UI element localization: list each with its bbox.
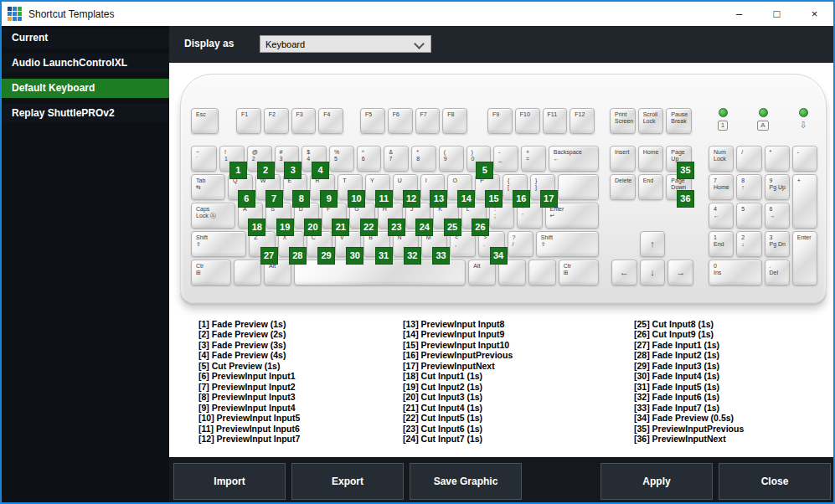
close-icon: × [812, 8, 818, 20]
keyboard-key: ) 05 [466, 146, 492, 172]
key-label: F3 [292, 109, 316, 118]
key-label: 8 ↑ [737, 175, 760, 191]
keyboard-key: ↑ [640, 231, 666, 257]
key-label: Ctr ⊞ [192, 260, 230, 276]
key-label: End [639, 175, 663, 184]
sidebar-item-audio-launchcontrolxl[interactable]: Audio LaunchControlXL [2, 54, 169, 73]
save-graphic-button[interactable]: Save Graphic [410, 463, 522, 500]
key-label: Pause Break [667, 109, 691, 125]
key-label: U [394, 175, 417, 184]
key-label: Num Lock [709, 147, 733, 162]
key-label: Delete [611, 175, 635, 184]
keyboard-key: # 33 [275, 146, 300, 172]
led-indicator: 1 [712, 108, 734, 131]
key-badge-16: 16 [513, 190, 530, 208]
key-label: → [676, 268, 685, 277]
keyboard-key: + = [521, 146, 546, 172]
key-label: I [421, 175, 445, 184]
header-bar: Display as Keyboard [169, 26, 833, 63]
keyboard-key: 1 End [709, 231, 734, 257]
keyboard-key: End [638, 174, 664, 200]
key-badge-5: 5 [476, 162, 493, 179]
led-icon: 1 [718, 121, 728, 131]
sidebar-item-current[interactable]: Current [2, 28, 169, 48]
key-label: / [737, 147, 760, 156]
legend-item: [35] PreviewInputPrevious [634, 424, 831, 434]
legend-item: [12] PreviewInput Input7 [198, 434, 395, 444]
key-badge-18: 18 [248, 219, 265, 236]
keyboard-key [558, 174, 599, 200]
keyboard-key: F3 [291, 108, 317, 134]
key-badge-27: 27 [260, 247, 278, 265]
key-badge-25: 25 [444, 219, 461, 236]
sidebar-item-default-keyboard[interactable]: Default Keyboard [2, 79, 169, 98]
legend-item: [25] Cut Input8 (1s) [634, 319, 831, 329]
keyboard-key: * 8 [411, 146, 436, 172]
keyboard-key [528, 260, 556, 285]
key-label: F7 [416, 109, 440, 118]
key-badge-33: 33 [432, 247, 450, 265]
function-key-group: F9F10F11F12 [487, 108, 595, 134]
close-button[interactable]: × [796, 2, 833, 26]
main-content: EscF1F2F3F4F5F6F7F8F9F10F11F12Print Scre… [169, 63, 833, 457]
function-key-group: F1F2F3F4 [236, 108, 343, 134]
key-badge-26: 26 [472, 219, 489, 236]
keyboard-key: Caps Lock Ⓐ [191, 203, 235, 229]
title-bar: Shortcut Templates – □ × [2, 2, 833, 26]
keyboard-key: ( 9 [439, 146, 464, 172]
keyboard-key: F4 [318, 108, 343, 134]
legend-item: [4] Fade Preview (4s) [198, 350, 395, 360]
function-key-group: Esc [191, 108, 219, 134]
display-as-label: Display as [184, 38, 234, 49]
key-label: Backspace ← [549, 147, 598, 162]
import-button[interactable]: Import [173, 463, 286, 500]
key-label: 5 [737, 203, 760, 213]
key-badge-12: 12 [403, 190, 420, 208]
key-badge-34: 34 [490, 247, 508, 265]
keyboard-key: @ 22 [247, 146, 272, 172]
key-label: # 3 [276, 147, 299, 162]
key-badge-29: 29 [317, 247, 335, 265]
apply-button[interactable]: Apply [600, 463, 713, 500]
keyboard-key: ↓ [640, 260, 666, 285]
keyboard-key: } ]17 [530, 174, 555, 200]
key-label: Home [639, 147, 663, 156]
keyboard-key: ~ ` [191, 146, 217, 172]
legend-item: [14] PreviewInput Input9 [403, 329, 600, 339]
key-label: ← [620, 268, 629, 277]
led-light [799, 108, 808, 117]
keyboard-key: F12 [570, 108, 595, 134]
key-badge-28: 28 [289, 247, 307, 265]
led-icon: ⇩ [799, 121, 807, 129]
key-badge-1: 1 [229, 162, 247, 179]
minimize-button[interactable]: – [720, 2, 758, 26]
maximize-button[interactable]: □ [758, 2, 796, 26]
key-label: { [ [503, 175, 527, 191]
function-key-group: Print ScreenScroll LockPause Break [610, 108, 692, 134]
window-title: Shortcut Templates [28, 8, 115, 20]
display-mode-select[interactable]: Keyboard [260, 35, 431, 53]
key-label: Caps Lock Ⓐ [192, 203, 235, 219]
close-button[interactable]: Close [719, 463, 831, 500]
key-label: F6 [389, 109, 412, 118]
key-label: ? / [508, 232, 533, 248]
footer-bar: ImportExportSave GraphicApplyClose [169, 457, 833, 502]
key-label: O [448, 175, 472, 184]
key-label [235, 260, 260, 263]
key-badge-9: 9 [320, 190, 338, 208]
legend-column: [13] PreviewInput Input8[14] PreviewInpu… [403, 319, 600, 444]
sidebar-item-replay-shuttleprov2[interactable]: Replay ShuttlePROv2 [2, 104, 169, 123]
keyboard-key: Backspace ← [549, 146, 599, 172]
keyboard-key: ← [611, 260, 637, 285]
key-badge-8: 8 [292, 190, 310, 208]
export-button[interactable]: Export [291, 463, 404, 500]
keyboard-key: Esc [191, 108, 219, 134]
key-label: + [793, 175, 817, 184]
keyboard-key: % 5 [329, 146, 354, 172]
keyboard-row: Ctr ⊞AltAltCtr ⊞ [191, 260, 599, 285]
keyboard-key: F5 [360, 108, 385, 134]
arrow-key-cluster: ↑←↓→ [611, 231, 693, 285]
legend-item: [9] PreviewInput Input4 [198, 403, 395, 413]
legend-item: [31] Fade Input5 (1s) [634, 382, 831, 392]
keyboard-key: Tab ⇆ [191, 174, 225, 200]
